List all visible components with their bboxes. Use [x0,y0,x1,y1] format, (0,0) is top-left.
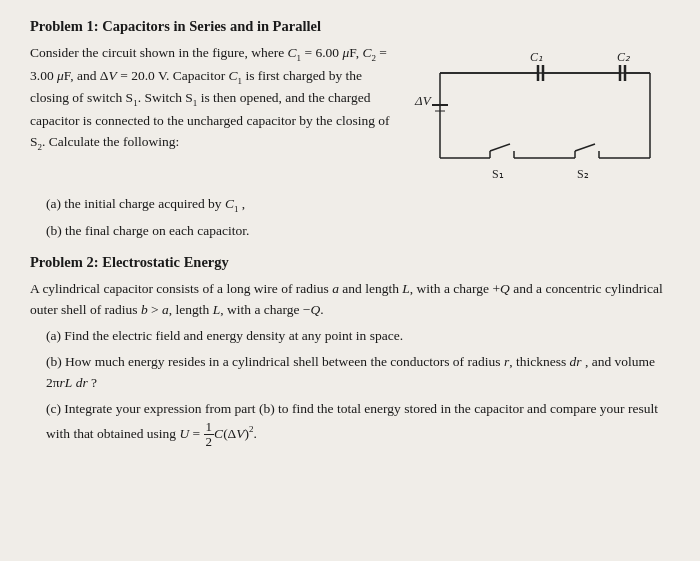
problem2-sub-a: (a) Find the electric field and energy d… [46,326,670,347]
delta-v-label: ΔV [414,93,433,108]
problem2-title: Problem 2: Electrostatic Energy [30,254,670,271]
problem2-sub-b: (b) How much energy resides in a cylindr… [46,352,670,394]
problem2-description: A cylindrical capacitor consists of a lo… [30,279,670,321]
c2-label: C₂ [617,50,631,64]
problem1-sub-b: (b) the final charge on each capacitor. [46,221,670,241]
problem1-body: Consider the circuit shown in the figure… [30,43,670,188]
problem1-description: Consider the circuit shown in the figure… [30,43,400,188]
problem1-sub-a: (a) the initial charge acquired by C1 , [46,194,670,216]
c1-label: C₁ [530,50,543,64]
svg-line-6 [490,144,510,151]
circuit-svg: ΔV C₁ C₂ S₁ S₂ [410,43,670,191]
circuit-diagram: ΔV C₁ C₂ S₁ S₂ [410,43,670,188]
s2-label: S₂ [577,167,589,181]
svg-line-10 [575,144,595,151]
page: Problem 1: Capacitors in Series and in P… [0,0,700,561]
s1-label: S₁ [492,167,504,181]
problem2-section: Problem 2: Electrostatic Energy A cylind… [30,246,670,454]
problem1-title: Problem 1: Capacitors in Series and in P… [30,18,670,35]
problem2-sub-c: (c) Integrate your expression from part … [46,399,670,450]
